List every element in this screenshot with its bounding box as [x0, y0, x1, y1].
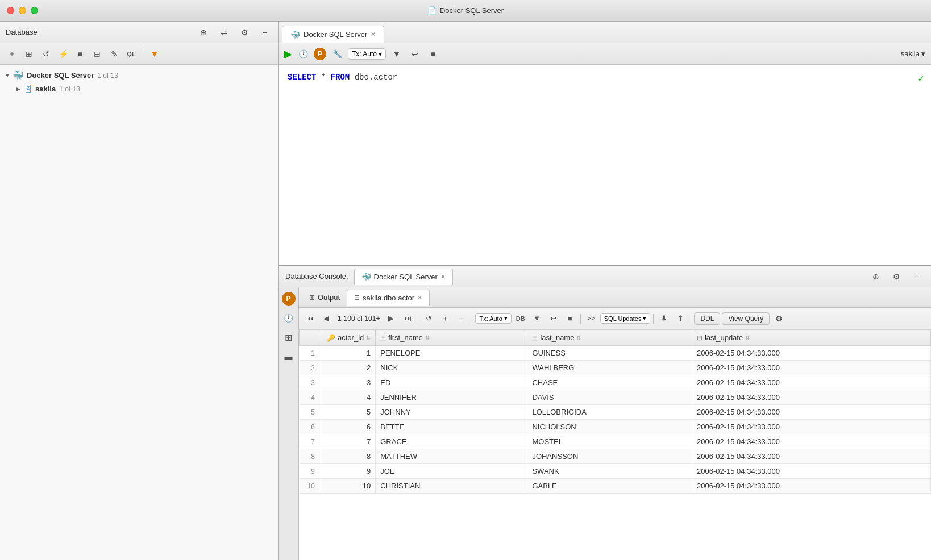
console-tab-close[interactable]: ✕ [440, 273, 446, 281]
tree-child-item[interactable]: ▶ 🗄 sakila 1 of 13 [0, 82, 278, 95]
ql-icon[interactable]: QL [124, 47, 139, 61]
table-row[interactable]: 66BETTENICHOLSON2006-02-15 04:34:33.000 [300, 420, 931, 434]
tree-root-item[interactable]: ▼ 🐳 Docker SQL Server 1 of 13 [0, 68, 278, 82]
last-update-cell: 2006-02-15 04:34:33.000 [692, 375, 930, 390]
filter-btn-icon[interactable]: ▼ [147, 47, 162, 61]
results-tx-dropdown[interactable]: Tx: Auto ▾ [475, 313, 511, 324]
profile-icon[interactable]: P [314, 48, 326, 60]
results-tab-label: sakila.dbo.actor [363, 294, 414, 302]
minimize-button[interactable] [19, 7, 26, 14]
console-panel-icon[interactable]: ▬ [282, 350, 296, 363]
first-name-cell: JENNIFER [376, 390, 527, 405]
first-name-cell: CHRISTIAN [376, 479, 527, 494]
first-name-cell: ED [376, 375, 527, 390]
bottom-minimize-icon[interactable]: − [909, 270, 924, 283]
col-header-first_name[interactable]: ⊟ first_name ⇅ [376, 330, 527, 346]
tx-auto-dropdown[interactable]: Tx: Auto ▾ [348, 48, 386, 60]
prev-page-icon[interactable]: ◀ [319, 312, 334, 325]
results-data-tab[interactable]: ⊟ sakila.dbo.actor ✕ [347, 290, 430, 306]
play-results-icon[interactable]: ▶ [384, 312, 398, 325]
console-grid-icon[interactable]: ⊞ [282, 331, 296, 344]
import-icon[interactable]: ⬆ [673, 312, 688, 325]
main-container: Database ⊕ ⇌ ⚙ − ＋ ⊞ ↺ ⚡ ■ ⊟ ✎ QL ▼ ▼ 🐳 … [0, 22, 931, 560]
minimize-panel-icon[interactable]: − [257, 26, 272, 39]
history-icon[interactable]: 🕐 [296, 47, 310, 61]
db-icon[interactable]: DB [513, 312, 528, 325]
full-bottom: P 🕐 ⊞ ▬ ⊞ Output ⊟ sakil [279, 287, 931, 560]
wrench-icon[interactable]: 🔧 [330, 47, 344, 61]
stop-results-icon[interactable]: ■ [563, 312, 577, 325]
col-label-actor-id: actor_id [338, 333, 364, 342]
console-server-tab[interactable]: 🐳 Docker SQL Server ✕ [354, 269, 453, 285]
results-tab-close[interactable]: ✕ [417, 294, 422, 302]
remove-row-icon[interactable]: － [454, 312, 469, 325]
table-row[interactable]: 22NICKWAHLBERG2006-02-15 04:34:33.000 [300, 361, 931, 375]
tree-collapse-arrow[interactable]: ▼ [5, 72, 13, 78]
run-query-button[interactable]: ▶ [284, 48, 292, 60]
results-gear-icon[interactable]: ⚙ [771, 312, 786, 325]
settings-icon[interactable]: ⚙ [237, 26, 252, 39]
rollback-icon[interactable]: ↩ [408, 47, 422, 61]
last-update-cell: 2006-02-15 04:34:33.000 [692, 449, 930, 464]
stop-icon[interactable]: ■ [73, 47, 88, 61]
sql-tab-close[interactable]: ✕ [371, 31, 376, 38]
table-row[interactable]: 44JENNIFERDAVIS2006-02-15 04:34:33.000 [300, 390, 931, 405]
table-row[interactable]: 1010CHRISTIANGABLE2006-02-15 04:34:33.00… [300, 479, 931, 494]
row-number-cell: 5 [300, 405, 322, 420]
last-update-cell: 2006-02-15 04:34:33.000 [692, 405, 930, 420]
refresh-icon[interactable]: ↺ [39, 47, 53, 61]
sql-updates-dropdown[interactable]: SQL Updates ▾ [600, 313, 651, 324]
more-icon[interactable]: >> [584, 312, 598, 325]
sql-tab[interactable]: 🐳 Docker SQL Server ✕ [282, 26, 384, 43]
view-query-button[interactable]: View Query [722, 312, 770, 325]
user-dropdown[interactable]: sakila ▾ [901, 49, 925, 58]
first-name-sort-icon[interactable]: ⇅ [425, 335, 430, 341]
last-name-sort-icon[interactable]: ⇅ [576, 335, 581, 341]
table-row[interactable]: 77GRACEMOSTEL2006-02-15 04:34:33.000 [300, 434, 931, 449]
col-header-last_name[interactable]: ⊟ last_name ⇅ [527, 330, 692, 346]
commit-icon[interactable]: ▼ [530, 312, 545, 325]
stop-sql-icon[interactable]: ■ [426, 47, 440, 61]
table-icon[interactable]: ⊟ [90, 47, 105, 61]
copy-icon[interactable]: ⊞ [22, 47, 36, 61]
tree-child-arrow[interactable]: ▶ [16, 86, 24, 92]
ddl-button[interactable]: DDL [694, 312, 720, 325]
user-chevron-icon: ▾ [921, 49, 925, 58]
server-count: 1 of 13 [97, 72, 118, 80]
console-history-icon[interactable]: 🕐 [282, 311, 296, 325]
row-number-cell: 10 [300, 479, 322, 494]
actor-id-sort-icon[interactable]: ⇅ [366, 335, 371, 341]
toolbar-separator [143, 49, 143, 59]
new-icon[interactable]: ＋ [5, 47, 19, 61]
rollback-results-icon[interactable]: ↩ [546, 312, 561, 325]
table-row[interactable]: 55JOHNNYLOLLOBRIGIDA2006-02-15 04:34:33.… [300, 405, 931, 420]
table-row[interactable]: 33EDCHASE2006-02-15 04:34:33.000 [300, 375, 931, 390]
output-tab[interactable]: ⊞ Output [302, 290, 347, 306]
results-separator-5 [691, 314, 691, 324]
tx-down-icon[interactable]: ▼ [389, 47, 404, 61]
add-row-icon[interactable]: ＋ [438, 312, 452, 325]
first-page-icon[interactable]: ⏮ [302, 312, 317, 325]
refresh-results-icon[interactable]: ↺ [421, 312, 436, 325]
add-connection-icon[interactable]: ⊕ [196, 26, 211, 39]
last-update-sort-icon[interactable]: ⇅ [745, 335, 750, 341]
sql-editor[interactable]: SELECT * FROM dbo.actor ✓ [279, 65, 931, 265]
table-header-row: 🔑 actor_id ⇅ ⊟ first_name [300, 330, 931, 346]
col-header-last_update[interactable]: ⊟ last_update ⇅ [692, 330, 930, 346]
bottom-add-icon[interactable]: ⊕ [868, 270, 883, 283]
edit-icon[interactable]: ✎ [107, 47, 122, 61]
filter-icon[interactable]: ⇌ [217, 26, 231, 39]
schema-icon[interactable]: ⚡ [56, 47, 70, 61]
table-row[interactable]: 11PENELOPEGUINESS2006-02-15 04:34:33.000 [300, 346, 931, 361]
tx-chevron-icon: ▾ [379, 50, 382, 58]
bottom-settings-icon[interactable]: ⚙ [889, 270, 904, 283]
close-button[interactable] [7, 7, 14, 14]
maximize-button[interactable] [31, 7, 38, 14]
export-icon[interactable]: ⬇ [656, 312, 671, 325]
col-header-actor_id[interactable]: 🔑 actor_id ⇅ [322, 330, 376, 346]
table-row[interactable]: 88MATTHEWJOHANSSON2006-02-15 04:34:33.00… [300, 449, 931, 464]
console-profile-icon[interactable]: P [282, 292, 296, 306]
last-page-icon[interactable]: ⏭ [400, 312, 415, 325]
console-label: Database Console: [285, 272, 348, 281]
table-row[interactable]: 99JOESWANK2006-02-15 04:34:33.000 [300, 464, 931, 479]
